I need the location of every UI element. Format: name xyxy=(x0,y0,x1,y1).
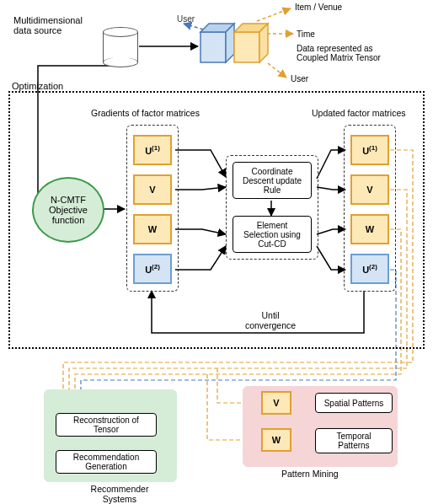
source-label: Multidimensional data source xyxy=(13,15,106,35)
svg-marker-10 xyxy=(200,32,226,62)
upd-w-label: W xyxy=(366,224,374,234)
updated-title: Updated factor matrices xyxy=(312,108,405,118)
grad-w: W xyxy=(133,214,172,244)
user-dim-label: User xyxy=(177,14,195,24)
recsys-title: Recommender Systems xyxy=(78,484,162,504)
recon-box: Reconstruction of Tensor xyxy=(56,413,157,437)
repr-label: Data represented as Coupled Matrix Tenso… xyxy=(297,44,423,62)
element-selection-box: Element Selection using Cut-CD xyxy=(233,216,312,253)
item-dim-label: Item / Venue xyxy=(295,3,342,12)
grad-u2: U(2) xyxy=(133,254,172,284)
pm-v: V xyxy=(261,391,291,415)
datasource-cylinder xyxy=(103,27,140,69)
upd-u2: U(2) xyxy=(350,254,389,284)
upd-u1: U(1) xyxy=(350,135,389,165)
svg-marker-13 xyxy=(234,32,259,62)
until-convergence-label: Until convergence xyxy=(233,310,308,330)
optimization-label: Optimization xyxy=(12,81,63,91)
grad-u1-label: U(1) xyxy=(145,144,160,156)
grad-w-label: W xyxy=(148,224,157,234)
upd-v: V xyxy=(350,174,389,205)
coord-descent-box: Coordinate Descent update Rule xyxy=(233,162,312,199)
user-down-label: User xyxy=(291,74,308,83)
grad-v-label: V xyxy=(149,185,155,195)
grad-u1: U(1) xyxy=(133,135,172,165)
pattern-title: Pattern Mining xyxy=(281,469,339,479)
pm-w-label: W xyxy=(272,435,281,445)
tensor-cube-icon xyxy=(199,15,275,74)
objective-circle: N-CMTF Objective function xyxy=(32,177,104,243)
grad-v: V xyxy=(133,174,172,205)
gradients-title: Gradients of factor matrices xyxy=(91,108,200,118)
upd-v-label: V xyxy=(366,185,372,195)
pm-v-label: V xyxy=(273,398,279,408)
time-dim-label: Time xyxy=(297,29,315,39)
upd-u1-label: U(1) xyxy=(362,144,377,156)
grad-u2-label: U(2) xyxy=(145,263,160,275)
upd-u2-label: U(2) xyxy=(362,263,377,275)
temporal-box: Temporal Patterns xyxy=(315,428,393,453)
pm-w: W xyxy=(261,428,291,452)
spatial-box: Spatial Patterns xyxy=(315,393,393,413)
gen-box: Recommendation Generation xyxy=(56,450,157,474)
upd-w: W xyxy=(350,214,389,244)
